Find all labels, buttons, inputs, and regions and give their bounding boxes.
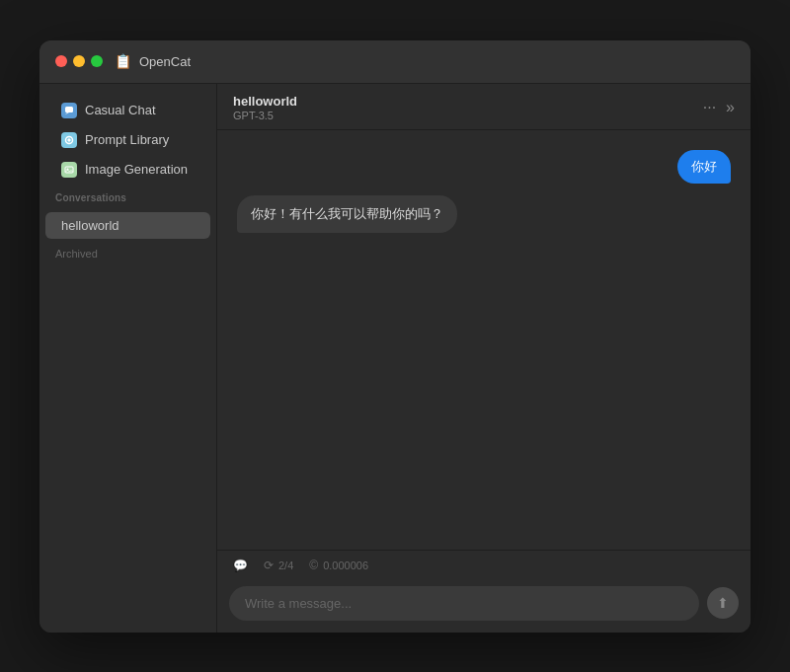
pages-icon: ⟳ [264,559,274,572]
image-generation-icon [61,162,77,178]
casual-chat-label: Casual Chat [85,103,156,117]
chat-subtitle: GPT-3.5 [233,110,297,121]
chat-stats: 💬 ⟳ 2/4 © 0.000006 [217,551,750,578]
chat-header-info: helloworld GPT-3.5 [233,94,297,121]
minimize-button[interactable] [73,55,85,67]
pages-value: 2/4 [278,560,293,571]
chat-title: helloworld [233,94,297,109]
stat-cost: © 0.000006 [309,559,368,572]
svg-rect-0 [65,107,73,112]
svg-marker-1 [65,112,69,114]
send-icon: ⬆ [717,595,729,611]
conversations-label: Conversations [40,185,216,207]
conversation-item-helloworld[interactable]: helloworld [45,212,210,239]
stat-pages: ⟳ 2/4 [264,559,293,572]
sidebar: Casual Chat Prompt Library [40,84,217,633]
cost-value: 0.000006 [323,560,368,571]
chat-header: helloworld GPT-3.5 ··· » [217,84,750,130]
close-button[interactable] [55,55,67,67]
chat-area: helloworld GPT-3.5 ··· » 你好 你好！有什么我可以帮助你… [217,84,750,633]
sidebar-item-image-generation[interactable]: Image Generation [45,156,210,184]
casual-chat-icon [61,103,77,118]
cost-icon: © [309,559,318,572]
archived-label: Archived [40,240,216,263]
app-window: 📋 OpenCat Casual Chat [40,40,750,633]
stat-chat: 💬 [233,559,248,572]
messages-area: 你好 你好！有什么我可以帮助你的吗？ [217,130,750,550]
chat-footer: 💬 ⟳ 2/4 © 0.000006 ⬆ [217,550,750,633]
conversations-list: helloworld [40,211,216,240]
chat-header-actions: ··· » [703,99,735,116]
maximize-button[interactable] [91,55,103,67]
more-actions-button[interactable]: ··· [703,99,716,116]
app-icon: 📋 [115,53,131,69]
expand-button[interactable]: » [726,99,735,116]
assistant-bubble-1: 你好！有什么我可以帮助你的吗？ [237,195,457,233]
user-bubble-1: 你好 [677,150,731,184]
chat-stat-icon: 💬 [233,559,248,572]
svg-rect-3 [65,167,73,173]
message-user-1: 你好 [237,150,731,184]
send-button[interactable]: ⬆ [707,587,739,619]
message-assistant-1: 你好！有什么我可以帮助你的吗？ [237,195,731,233]
sidebar-item-casual-chat[interactable]: Casual Chat [45,97,210,124]
prompt-library-icon [61,132,77,148]
sidebar-item-prompt-library[interactable]: Prompt Library [45,126,210,154]
title-bar: 📋 OpenCat [40,40,750,84]
message-input[interactable] [229,586,699,621]
prompt-library-label: Prompt Library [85,132,169,147]
image-generation-label: Image Generation [85,162,188,177]
traffic-lights [55,55,103,67]
app-name: OpenCat [139,54,191,69]
message-input-row: ⬆ [217,578,750,633]
conversation-label: helloworld [61,218,119,233]
main-content: Casual Chat Prompt Library [40,84,750,633]
